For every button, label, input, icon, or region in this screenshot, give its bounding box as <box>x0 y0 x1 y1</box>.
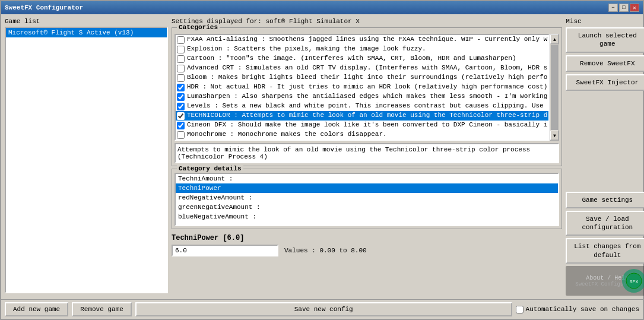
content-area: Game list Microsoft® Flight S Active (v1… <box>1 14 643 299</box>
category-label: HDR : Not actual HDR - It just tries to … <box>187 83 547 90</box>
category-label: Cartoon : "Toon"s the image. (Interferes… <box>187 55 516 62</box>
category-label: Cineon DFX : Should make the image look … <box>187 121 547 128</box>
category-label: Bloom : Makes bright lights bleed their … <box>187 74 547 81</box>
category-label: Monochrome : Monochrome makes the colors… <box>187 131 387 138</box>
category-item[interactable]: HDR : Not actual HDR - It just tries to … <box>176 83 548 92</box>
category-checkbox[interactable] <box>177 122 185 129</box>
game-list-label: Game list <box>5 18 168 25</box>
launch-selected-game-button[interactable]: Launch selected game <box>566 27 644 53</box>
logo-circle: SFX <box>622 269 644 293</box>
window-controls: − □ ✕ <box>608 4 639 12</box>
about-watermark: About / Help SweetFX Configurator SFX <box>566 266 644 296</box>
auto-save-label: Automatically save on changes <box>516 306 639 313</box>
close-button[interactable]: ✕ <box>630 4 639 12</box>
category-checkbox[interactable] <box>177 65 185 72</box>
save-load-button[interactable]: Save / load configuration <box>566 211 644 236</box>
auto-save-checkbox[interactable] <box>516 306 524 313</box>
param-label: TechniPower [6.0] <box>172 234 562 242</box>
category-checkbox[interactable] <box>177 112 185 120</box>
category-label: Lift Gamma Gain : Adjust brightness and … <box>187 140 505 141</box>
settings-title: Settings displayed for: soft® Flight Sim… <box>172 18 562 25</box>
game-settings-button[interactable]: Game settings <box>566 192 644 208</box>
category-label: Levels : Sets a new black and white poin… <box>187 102 544 109</box>
list-changes-button[interactable]: List changes from default <box>566 238 644 264</box>
details-label: Category details <box>177 165 243 172</box>
add-new-game-button[interactable]: Add new game <box>5 302 68 316</box>
categories-label: Categories <box>177 24 220 31</box>
category-item[interactable]: TECHNICOLOR : Attempts to mimic the look… <box>176 111 548 121</box>
categories-scrollbar[interactable]: ▲ ▼ <box>550 34 559 141</box>
category-label: Advanced CRT : Simulates an old CRT TV d… <box>187 64 547 71</box>
category-checkbox[interactable] <box>177 36 185 44</box>
category-item[interactable]: Lift Gamma Gain : Adjust brightness and … <box>176 140 548 141</box>
detail-item[interactable]: TechniAmount : <box>176 174 558 183</box>
detail-item[interactable]: blueNegativeAmount : <box>176 212 558 221</box>
remove-game-button[interactable]: Remove game <box>72 302 132 316</box>
detail-item[interactable]: redNegativeAmount : <box>176 193 558 202</box>
minimize-button[interactable]: − <box>608 4 618 12</box>
window-title: SweetFX Configurator <box>5 4 83 11</box>
param-input[interactable] <box>172 245 278 256</box>
category-item[interactable]: Advanced CRT : Simulates an old CRT TV d… <box>176 64 548 73</box>
categories-group: Categories FXAA Anti-aliasing : Smoothen… <box>172 27 562 166</box>
category-item[interactable]: Bloom : Makes bright lights bleed their … <box>176 73 548 83</box>
category-item[interactable]: Explosion : Scatters the pixels, making … <box>176 45 548 54</box>
sweetfx-injector-button[interactable]: SweetFX Injector <box>566 74 644 91</box>
category-checkbox[interactable] <box>177 93 185 101</box>
category-checkbox[interactable] <box>177 74 185 82</box>
category-checkbox[interactable] <box>177 46 185 53</box>
category-item[interactable]: FXAA Anti-aliasing : Smoothens jagged li… <box>176 35 548 45</box>
details-group: Category details TechniAmount :TechniPow… <box>172 169 562 229</box>
category-item[interactable]: Monochrome : Monochrome makes the colors… <box>176 130 548 140</box>
category-item[interactable]: LumaSharpen : Also sharpens the antialia… <box>176 92 548 102</box>
scroll-up-arrow[interactable]: ▲ <box>550 34 559 44</box>
categories-list[interactable]: FXAA Anti-aliasing : Smoothens jagged li… <box>175 34 550 141</box>
save-config-button[interactable]: Save new config <box>135 302 512 316</box>
main-window: SweetFX Configurator − □ ✕ Game list Mic… <box>0 0 644 320</box>
param-input-row: Values : 0.00 to 8.00 <box>172 245 562 256</box>
scroll-thumb[interactable] <box>551 45 558 130</box>
game-item[interactable]: Microsoft® Flight S Active (v13) <box>6 28 167 37</box>
category-checkbox[interactable] <box>177 103 185 110</box>
category-item[interactable]: Cineon DFX : Should make the image look … <box>176 121 548 130</box>
param-range: Values : 0.00 to 8.00 <box>284 247 367 254</box>
category-checkbox[interactable] <box>177 55 185 63</box>
scroll-down-arrow[interactable]: ▼ <box>550 131 559 140</box>
game-list[interactable]: Microsoft® Flight S Active (v13) <box>5 27 168 293</box>
right-panel: Misc Launch selected game Remove SweetFX… <box>566 18 644 296</box>
param-section: TechniPower [6.0] Values : 0.00 to 8.00 <box>172 232 562 259</box>
category-description: Attempts to mimic the look of an old mov… <box>175 143 559 163</box>
category-label: TECHNICOLOR : Attempts to mimic the look… <box>187 112 547 119</box>
main-panel: Settings displayed for: soft® Flight Sim… <box>172 18 562 296</box>
misc-label: Misc <box>566 18 644 25</box>
title-bar: SweetFX Configurator − □ ✕ <box>1 1 643 14</box>
detail-item[interactable]: TechniPower <box>176 183 558 193</box>
category-checkbox[interactable] <box>177 131 185 139</box>
remove-sweetfx-button[interactable]: Remove SweetFX <box>566 55 644 72</box>
category-label: Explosion : Scatters the pixels, making … <box>187 45 426 52</box>
categories-list-container: FXAA Anti-aliasing : Smoothens jagged li… <box>175 34 559 141</box>
category-checkbox[interactable] <box>177 84 185 91</box>
maximize-button[interactable]: □ <box>619 4 629 12</box>
detail-item[interactable]: greenNegativeAmount : <box>176 202 558 212</box>
category-item[interactable]: Cartoon : "Toon"s the image. (Interferes… <box>176 54 548 64</box>
svg-text:SFX: SFX <box>630 279 639 284</box>
category-item[interactable]: Levels : Sets a new black and white poin… <box>176 102 548 111</box>
category-label: LumaSharpen : Also sharpens the antialia… <box>187 93 547 100</box>
bottom-bar: Add new game Remove game Save new config… <box>1 299 643 319</box>
left-panel: Game list Microsoft® Flight S Active (v1… <box>5 18 168 296</box>
category-label: FXAA Anti-aliasing : Smoothens jagged li… <box>187 36 547 43</box>
detail-list[interactable]: TechniAmount :TechniPowerredNegativeAmou… <box>175 173 559 226</box>
